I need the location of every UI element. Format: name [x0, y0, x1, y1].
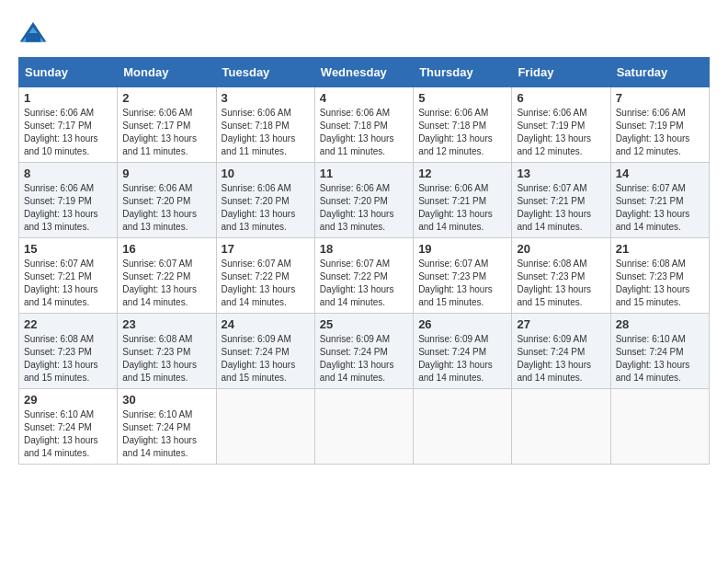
day-number: 19 [418, 242, 506, 256]
day-number: 16 [122, 242, 210, 256]
day-number: 26 [418, 317, 506, 331]
calendar-cell: 15Sunrise: 6:07 AMSunset: 7:21 PMDayligh… [19, 238, 118, 314]
day-number: 23 [122, 317, 210, 331]
day-number: 4 [320, 91, 408, 105]
calendar-cell: 23Sunrise: 6:08 AMSunset: 7:23 PMDayligh… [118, 314, 216, 389]
day-info: Sunrise: 6:06 AMSunset: 7:19 PMDaylight:… [24, 182, 112, 234]
calendar-cell [512, 389, 610, 465]
day-header-tuesday: Tuesday [216, 58, 314, 87]
day-info: Sunrise: 6:06 AMSunset: 7:18 PMDaylight:… [222, 107, 310, 158]
calendar-week-1: 1Sunrise: 6:06 AMSunset: 7:17 PMDaylight… [19, 87, 710, 163]
day-number: 15 [24, 242, 112, 256]
calendar-cell: 12Sunrise: 6:06 AMSunset: 7:21 PMDayligh… [414, 163, 512, 238]
day-number: 2 [122, 91, 210, 105]
day-number: 21 [616, 242, 704, 256]
day-number: 6 [517, 91, 605, 105]
day-info: Sunrise: 6:06 AMSunset: 7:21 PMDaylight:… [418, 182, 506, 234]
calendar-cell: 6Sunrise: 6:06 AMSunset: 7:19 PMDaylight… [512, 87, 610, 163]
day-number: 18 [320, 242, 408, 256]
day-number: 1 [24, 91, 112, 105]
day-number: 14 [616, 167, 704, 180]
day-info: Sunrise: 6:07 AMSunset: 7:21 PMDaylight:… [517, 182, 605, 234]
calendar-cell: 19Sunrise: 6:07 AMSunset: 7:23 PMDayligh… [414, 238, 512, 314]
calendar-cell: 18Sunrise: 6:07 AMSunset: 7:22 PMDayligh… [314, 238, 413, 314]
calendar-cell: 26Sunrise: 6:09 AMSunset: 7:24 PMDayligh… [414, 314, 512, 389]
calendar-cell [216, 389, 314, 465]
day-info: Sunrise: 6:09 AMSunset: 7:24 PMDaylight:… [222, 333, 310, 385]
day-info: Sunrise: 6:07 AMSunset: 7:21 PMDaylight:… [24, 258, 112, 309]
calendar-cell: 27Sunrise: 6:09 AMSunset: 7:24 PMDayligh… [512, 314, 610, 389]
day-number: 3 [222, 91, 310, 105]
calendar-cell: 11Sunrise: 6:06 AMSunset: 7:20 PMDayligh… [314, 163, 413, 238]
page-header [18, 18, 710, 48]
calendar-cell: 20Sunrise: 6:08 AMSunset: 7:23 PMDayligh… [512, 238, 610, 314]
calendar-cell: 5Sunrise: 6:06 AMSunset: 7:18 PMDaylight… [414, 87, 512, 163]
calendar-cell: 28Sunrise: 6:10 AMSunset: 7:24 PMDayligh… [610, 314, 709, 389]
calendar-cell: 7Sunrise: 6:06 AMSunset: 7:19 PMDaylight… [610, 87, 709, 163]
calendar-cell: 10Sunrise: 6:06 AMSunset: 7:20 PMDayligh… [216, 163, 314, 238]
day-number: 24 [222, 317, 310, 331]
calendar-cell [610, 389, 709, 465]
day-number: 8 [24, 167, 112, 180]
day-info: Sunrise: 6:08 AMSunset: 7:23 PMDaylight:… [122, 333, 210, 385]
day-number: 5 [418, 91, 506, 105]
calendar-cell: 16Sunrise: 6:07 AMSunset: 7:22 PMDayligh… [118, 238, 216, 314]
calendar-cell: 8Sunrise: 6:06 AMSunset: 7:19 PMDaylight… [19, 163, 118, 238]
calendar-cell: 14Sunrise: 6:07 AMSunset: 7:21 PMDayligh… [610, 163, 709, 238]
day-number: 12 [418, 167, 506, 180]
day-info: Sunrise: 6:06 AMSunset: 7:19 PMDaylight:… [517, 107, 605, 158]
logo [18, 18, 51, 48]
day-info: Sunrise: 6:10 AMSunset: 7:24 PMDaylight:… [122, 408, 210, 460]
day-info: Sunrise: 6:07 AMSunset: 7:22 PMDaylight:… [122, 258, 210, 309]
day-info: Sunrise: 6:07 AMSunset: 7:21 PMDaylight:… [616, 182, 704, 234]
calendar-cell: 3Sunrise: 6:06 AMSunset: 7:18 PMDaylight… [216, 87, 314, 163]
day-number: 7 [616, 91, 704, 105]
day-number: 27 [517, 317, 605, 331]
calendar-cell: 13Sunrise: 6:07 AMSunset: 7:21 PMDayligh… [512, 163, 610, 238]
calendar: SundayMondayTuesdayWednesdayThursdayFrid… [18, 57, 710, 465]
calendar-cell: 9Sunrise: 6:06 AMSunset: 7:20 PMDaylight… [118, 163, 216, 238]
day-info: Sunrise: 6:06 AMSunset: 7:20 PMDaylight:… [320, 182, 408, 234]
calendar-cell: 21Sunrise: 6:08 AMSunset: 7:23 PMDayligh… [610, 238, 709, 314]
calendar-cell: 4Sunrise: 6:06 AMSunset: 7:18 PMDaylight… [314, 87, 413, 163]
day-info: Sunrise: 6:06 AMSunset: 7:19 PMDaylight:… [616, 107, 704, 158]
day-info: Sunrise: 6:10 AMSunset: 7:24 PMDaylight:… [24, 408, 112, 460]
day-number: 9 [122, 167, 210, 180]
calendar-week-2: 8Sunrise: 6:06 AMSunset: 7:19 PMDaylight… [19, 163, 710, 238]
day-header-saturday: Saturday [610, 58, 709, 87]
day-info: Sunrise: 6:06 AMSunset: 7:18 PMDaylight:… [320, 107, 408, 158]
day-header-thursday: Thursday [414, 58, 512, 87]
calendar-cell: 1Sunrise: 6:06 AMSunset: 7:17 PMDaylight… [19, 87, 118, 163]
day-info: Sunrise: 6:06 AMSunset: 7:17 PMDaylight:… [24, 107, 112, 158]
day-info: Sunrise: 6:08 AMSunset: 7:23 PMDaylight:… [517, 258, 605, 309]
day-info: Sunrise: 6:07 AMSunset: 7:23 PMDaylight:… [418, 258, 506, 309]
calendar-week-3: 15Sunrise: 6:07 AMSunset: 7:21 PMDayligh… [19, 238, 710, 314]
day-header-wednesday: Wednesday [314, 58, 413, 87]
day-number: 28 [616, 317, 704, 331]
day-number: 13 [517, 167, 605, 180]
calendar-cell: 29Sunrise: 6:10 AMSunset: 7:24 PMDayligh… [19, 389, 118, 465]
day-number: 17 [222, 242, 310, 256]
day-info: Sunrise: 6:09 AMSunset: 7:24 PMDaylight:… [418, 333, 506, 385]
calendar-cell: 2Sunrise: 6:06 AMSunset: 7:17 PMDaylight… [118, 87, 216, 163]
logo-icon [18, 18, 48, 48]
calendar-cell: 30Sunrise: 6:10 AMSunset: 7:24 PMDayligh… [118, 389, 216, 465]
day-info: Sunrise: 6:09 AMSunset: 7:24 PMDaylight:… [320, 333, 408, 385]
day-info: Sunrise: 6:06 AMSunset: 7:20 PMDaylight:… [122, 182, 210, 234]
day-number: 11 [320, 167, 408, 180]
day-info: Sunrise: 6:10 AMSunset: 7:24 PMDaylight:… [616, 333, 704, 385]
calendar-cell [414, 389, 512, 465]
calendar-cell: 22Sunrise: 6:08 AMSunset: 7:23 PMDayligh… [19, 314, 118, 389]
day-number: 20 [517, 242, 605, 256]
calendar-cell: 17Sunrise: 6:07 AMSunset: 7:22 PMDayligh… [216, 238, 314, 314]
day-info: Sunrise: 6:06 AMSunset: 7:17 PMDaylight:… [122, 107, 210, 158]
day-header-monday: Monday [118, 58, 216, 87]
calendar-cell: 25Sunrise: 6:09 AMSunset: 7:24 PMDayligh… [314, 314, 413, 389]
day-number: 10 [222, 167, 310, 180]
day-info: Sunrise: 6:06 AMSunset: 7:20 PMDaylight:… [222, 182, 310, 234]
calendar-header-row: SundayMondayTuesdayWednesdayThursdayFrid… [19, 58, 710, 87]
day-number: 30 [122, 393, 210, 407]
day-info: Sunrise: 6:06 AMSunset: 7:18 PMDaylight:… [418, 107, 506, 158]
svg-rect-2 [26, 33, 40, 42]
day-header-friday: Friday [512, 58, 610, 87]
